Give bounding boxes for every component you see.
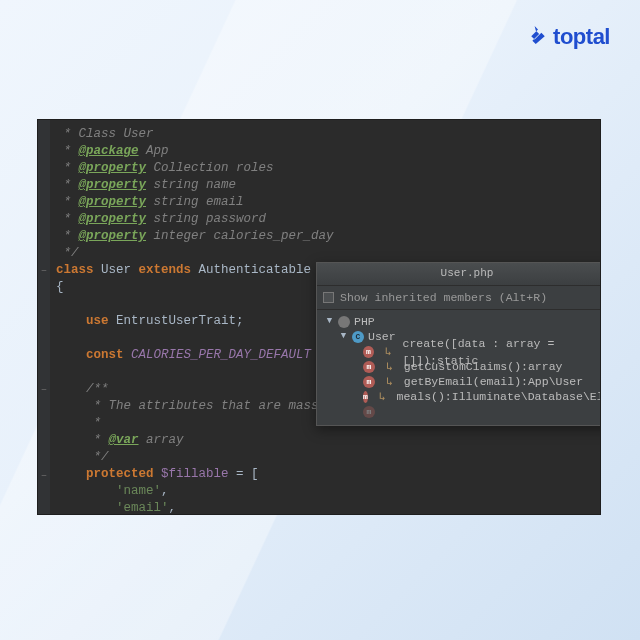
tree-row[interactable]: m ↳ getCustomClaims():array [325,359,600,374]
doc-tag: @property [79,212,147,226]
structure-popup[interactable]: User.php Show inherited members (Alt+R) … [316,262,600,426]
fold-marker-icon[interactable]: − [39,470,49,480]
chevron-down-icon[interactable]: ▼ [339,328,348,345]
popup-toolbar: Show inherited members (Alt+R) ⚙ [317,286,600,310]
code-editor[interactable]: − − − * Class User * @package App * @pro… [38,120,600,514]
fold-marker-icon[interactable]: − [39,384,49,394]
logo-icon [529,24,547,50]
tree-row[interactable]: m ↳ create([data : array = []]):static [325,344,600,359]
editor-gutter: − − − [38,120,50,514]
tree-row[interactable]: m ↳ getByEmail(email):App\User [325,374,600,389]
method-icon: m [363,361,375,373]
lock-icon [338,316,350,328]
show-inherited-checkbox[interactable] [323,292,334,303]
class-icon: C [352,331,364,343]
tree-row[interactable]: m [325,404,600,419]
tree-row[interactable]: m ↳ meals():Illuminate\Database\Eloquent… [325,389,600,404]
doc-tag: @property [79,195,147,209]
method-icon: m [363,391,368,403]
doc-tag: @property [79,178,147,192]
doc-tag: @package [79,144,139,158]
doc-line: * Class User [56,127,154,141]
doc-tag: @var [109,433,139,447]
method-icon: m [363,376,375,388]
fold-marker-icon[interactable]: − [39,265,49,275]
method-icon: m [363,406,375,418]
doc-tag: @property [79,229,147,243]
doc-tag: @property [79,161,147,175]
member-label: meals():Illuminate\Database\Eloquent\Rel… [397,388,600,405]
chevron-down-icon[interactable]: ▼ [325,313,334,330]
tree-row[interactable]: ▼ PHP [325,314,600,329]
method-icon: m [363,346,374,358]
popup-title: User.php [317,263,600,286]
structure-tree[interactable]: ▼ PHP ▼ C User m ↳ create([data : array … [317,310,600,425]
brand-name: toptal [553,24,610,50]
checkbox-label: Show inherited members (Alt+R) [340,289,547,306]
brand-logo: toptal [529,24,610,50]
